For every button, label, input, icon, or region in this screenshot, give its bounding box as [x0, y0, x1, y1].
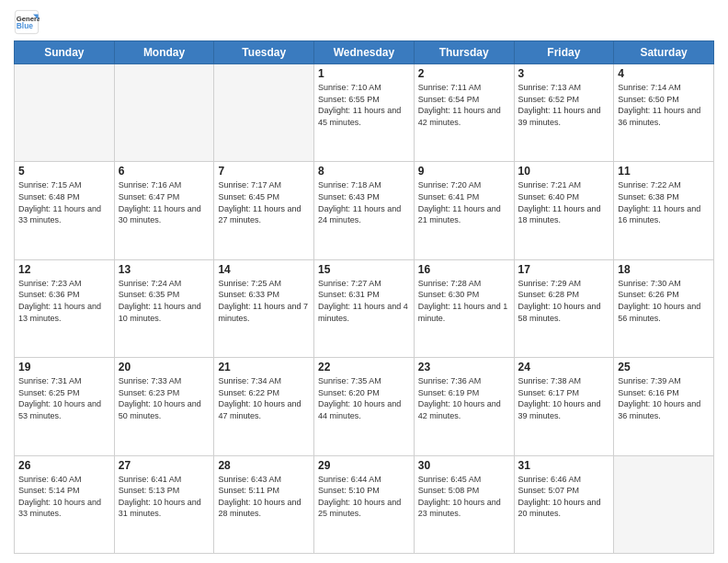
- day-info: Sunrise: 7:13 AM Sunset: 6:52 PM Dayligh…: [518, 82, 610, 128]
- day-info: Sunrise: 7:10 AM Sunset: 6:55 PM Dayligh…: [318, 82, 410, 128]
- day-info: Sunrise: 7:36 AM Sunset: 6:19 PM Dayligh…: [418, 375, 510, 421]
- day-number: 1: [318, 67, 410, 80]
- day-number: 9: [418, 165, 510, 178]
- day-number: 17: [518, 263, 610, 276]
- day-info: Sunrise: 7:17 AM Sunset: 6:45 PM Dayligh…: [218, 179, 310, 225]
- calendar-cell: 7Sunrise: 7:17 AM Sunset: 6:45 PM Daylig…: [214, 162, 314, 259]
- calendar-cell: 8Sunrise: 7:18 AM Sunset: 6:43 PM Daylig…: [314, 162, 415, 259]
- calendar-cell: 31Sunrise: 6:46 AM Sunset: 5:07 PM Dayli…: [514, 455, 614, 553]
- day-header-saturday: Saturday: [614, 41, 714, 64]
- calendar-cell: 22Sunrise: 7:35 AM Sunset: 6:20 PM Dayli…: [314, 358, 415, 455]
- calendar-cell: 20Sunrise: 7:33 AM Sunset: 6:23 PM Dayli…: [114, 358, 214, 455]
- calendar-cell: 25Sunrise: 7:39 AM Sunset: 6:16 PM Dayli…: [614, 358, 714, 455]
- calendar-cell: 4Sunrise: 7:14 AM Sunset: 6:50 PM Daylig…: [614, 64, 714, 162]
- calendar-cell: 23Sunrise: 7:36 AM Sunset: 6:19 PM Dayli…: [414, 358, 514, 455]
- calendar-cell: 30Sunrise: 6:45 AM Sunset: 5:08 PM Dayli…: [414, 455, 514, 553]
- calendar-cell: 9Sunrise: 7:20 AM Sunset: 6:41 PM Daylig…: [414, 162, 514, 259]
- calendar-week-2: 12Sunrise: 7:23 AM Sunset: 6:36 PM Dayli…: [15, 259, 714, 357]
- day-number: 28: [218, 459, 310, 472]
- page: General Blue SundayMondayTuesdayWednesda…: [0, 0, 728, 563]
- day-number: 3: [518, 67, 610, 80]
- calendar-cell: 13Sunrise: 7:24 AM Sunset: 6:35 PM Dayli…: [114, 259, 214, 357]
- day-info: Sunrise: 6:44 AM Sunset: 5:10 PM Dayligh…: [318, 474, 410, 520]
- day-number: 14: [218, 263, 310, 276]
- day-info: Sunrise: 7:11 AM Sunset: 6:54 PM Dayligh…: [418, 82, 510, 128]
- day-number: 19: [18, 361, 110, 373]
- day-number: 20: [119, 361, 210, 373]
- logo: General Blue: [14, 9, 40, 35]
- day-number: 15: [318, 263, 410, 276]
- day-number: 11: [618, 165, 710, 178]
- day-info: Sunrise: 7:22 AM Sunset: 6:38 PM Dayligh…: [618, 179, 710, 225]
- day-number: 5: [18, 165, 110, 178]
- day-info: Sunrise: 7:29 AM Sunset: 6:28 PM Dayligh…: [518, 278, 610, 324]
- day-number: 16: [418, 263, 510, 276]
- calendar-cell: 11Sunrise: 7:22 AM Sunset: 6:38 PM Dayli…: [614, 162, 714, 259]
- day-info: Sunrise: 7:27 AM Sunset: 6:31 PM Dayligh…: [318, 278, 410, 324]
- day-info: Sunrise: 7:25 AM Sunset: 6:33 PM Dayligh…: [218, 278, 310, 324]
- calendar-cell: 10Sunrise: 7:21 AM Sunset: 6:40 PM Dayli…: [514, 162, 614, 259]
- day-number: 7: [218, 165, 310, 178]
- calendar-week-4: 26Sunrise: 6:40 AM Sunset: 5:14 PM Dayli…: [15, 455, 714, 553]
- calendar-cell: 27Sunrise: 6:41 AM Sunset: 5:13 PM Dayli…: [114, 455, 214, 553]
- day-info: Sunrise: 7:35 AM Sunset: 6:20 PM Dayligh…: [318, 375, 410, 421]
- calendar-cell: 6Sunrise: 7:16 AM Sunset: 6:47 PM Daylig…: [114, 162, 214, 259]
- calendar-cell: 2Sunrise: 7:11 AM Sunset: 6:54 PM Daylig…: [414, 64, 514, 162]
- calendar-table: SundayMondayTuesdayWednesdayThursdayFrid…: [14, 40, 714, 554]
- day-number: 25: [618, 361, 710, 373]
- calendar-cell: 5Sunrise: 7:15 AM Sunset: 6:48 PM Daylig…: [15, 162, 115, 259]
- calendar-cell: 19Sunrise: 7:31 AM Sunset: 6:25 PM Dayli…: [15, 358, 115, 455]
- day-number: 27: [119, 459, 210, 472]
- day-info: Sunrise: 7:15 AM Sunset: 6:48 PM Dayligh…: [18, 179, 110, 225]
- day-number: 8: [318, 165, 410, 178]
- calendar-cell: 15Sunrise: 7:27 AM Sunset: 6:31 PM Dayli…: [314, 259, 415, 357]
- day-info: Sunrise: 6:40 AM Sunset: 5:14 PM Dayligh…: [18, 474, 110, 520]
- calendar-week-0: 1Sunrise: 7:10 AM Sunset: 6:55 PM Daylig…: [15, 64, 714, 162]
- day-number: 30: [418, 459, 510, 472]
- calendar-cell: 26Sunrise: 6:40 AM Sunset: 5:14 PM Dayli…: [15, 455, 115, 553]
- calendar-header-row: SundayMondayTuesdayWednesdayThursdayFrid…: [15, 41, 714, 64]
- header: General Blue: [14, 9, 714, 35]
- day-number: 26: [18, 459, 110, 472]
- calendar-cell: 12Sunrise: 7:23 AM Sunset: 6:36 PM Dayli…: [15, 259, 115, 357]
- day-info: Sunrise: 6:43 AM Sunset: 5:11 PM Dayligh…: [218, 474, 310, 520]
- day-info: Sunrise: 7:38 AM Sunset: 6:17 PM Dayligh…: [518, 375, 610, 421]
- day-number: 2: [418, 67, 510, 80]
- day-info: Sunrise: 7:31 AM Sunset: 6:25 PM Dayligh…: [18, 375, 110, 421]
- day-info: Sunrise: 7:14 AM Sunset: 6:50 PM Dayligh…: [618, 82, 710, 128]
- calendar-cell: 29Sunrise: 6:44 AM Sunset: 5:10 PM Dayli…: [314, 455, 415, 553]
- calendar-cell: 18Sunrise: 7:30 AM Sunset: 6:26 PM Dayli…: [614, 259, 714, 357]
- day-number: 6: [119, 165, 210, 178]
- day-info: Sunrise: 7:23 AM Sunset: 6:36 PM Dayligh…: [18, 278, 110, 324]
- calendar-cell: 21Sunrise: 7:34 AM Sunset: 6:22 PM Dayli…: [214, 358, 314, 455]
- calendar-cell: 28Sunrise: 6:43 AM Sunset: 5:11 PM Dayli…: [214, 455, 314, 553]
- day-header-sunday: Sunday: [15, 41, 115, 64]
- day-number: 21: [218, 361, 310, 373]
- day-info: Sunrise: 7:30 AM Sunset: 6:26 PM Dayligh…: [618, 278, 710, 324]
- calendar-cell: [114, 64, 214, 162]
- calendar-week-1: 5Sunrise: 7:15 AM Sunset: 6:48 PM Daylig…: [15, 162, 714, 259]
- day-info: Sunrise: 6:45 AM Sunset: 5:08 PM Dayligh…: [418, 474, 510, 520]
- day-number: 23: [418, 361, 510, 373]
- calendar-cell: 16Sunrise: 7:28 AM Sunset: 6:30 PM Dayli…: [414, 259, 514, 357]
- calendar-week-3: 19Sunrise: 7:31 AM Sunset: 6:25 PM Dayli…: [15, 358, 714, 455]
- calendar-cell: 3Sunrise: 7:13 AM Sunset: 6:52 PM Daylig…: [514, 64, 614, 162]
- day-info: Sunrise: 7:24 AM Sunset: 6:35 PM Dayligh…: [119, 278, 210, 324]
- day-info: Sunrise: 7:39 AM Sunset: 6:16 PM Dayligh…: [618, 375, 710, 421]
- day-info: Sunrise: 6:46 AM Sunset: 5:07 PM Dayligh…: [518, 474, 610, 520]
- day-number: 4: [618, 67, 710, 80]
- calendar-cell: 1Sunrise: 7:10 AM Sunset: 6:55 PM Daylig…: [314, 64, 415, 162]
- day-header-friday: Friday: [514, 41, 614, 64]
- day-header-tuesday: Tuesday: [214, 41, 314, 64]
- day-info: Sunrise: 7:21 AM Sunset: 6:40 PM Dayligh…: [518, 179, 610, 225]
- calendar-cell: 17Sunrise: 7:29 AM Sunset: 6:28 PM Dayli…: [514, 259, 614, 357]
- day-number: 31: [518, 459, 610, 472]
- day-number: 24: [518, 361, 610, 373]
- svg-text:Blue: Blue: [17, 21, 33, 30]
- day-number: 12: [18, 263, 110, 276]
- day-number: 22: [318, 361, 410, 373]
- day-info: Sunrise: 7:28 AM Sunset: 6:30 PM Dayligh…: [418, 278, 510, 324]
- logo-icon: General Blue: [14, 9, 40, 35]
- day-header-thursday: Thursday: [414, 41, 514, 64]
- calendar-cell: 24Sunrise: 7:38 AM Sunset: 6:17 PM Dayli…: [514, 358, 614, 455]
